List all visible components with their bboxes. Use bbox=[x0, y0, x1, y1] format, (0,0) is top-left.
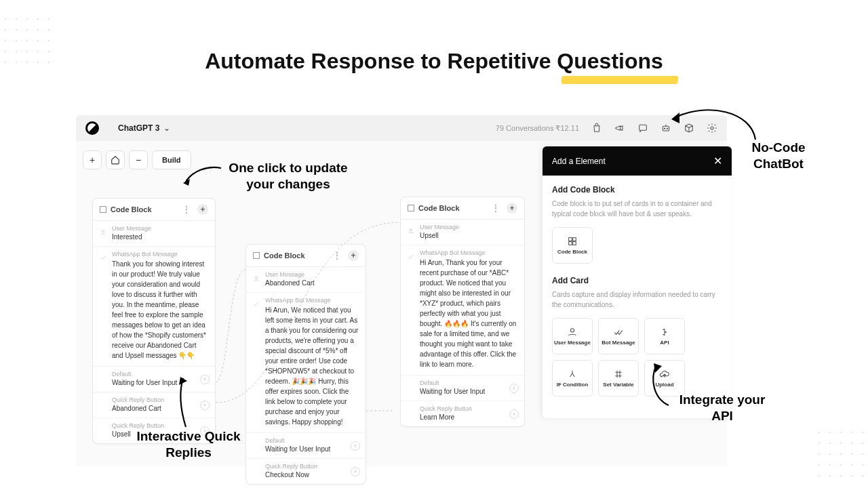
block-icon bbox=[408, 205, 414, 211]
api-icon bbox=[659, 327, 670, 338]
user-icon bbox=[567, 327, 578, 338]
option-code-block[interactable]: Code Block bbox=[552, 227, 593, 264]
block-title: Code Block bbox=[264, 251, 305, 260]
svg-point-12 bbox=[570, 328, 574, 331]
user-message-section[interactable]: User Message Upsell bbox=[401, 220, 524, 245]
section-desc: Cards capture and display information ne… bbox=[552, 289, 722, 310]
block-menu-icon[interactable]: ⋮ bbox=[491, 203, 501, 214]
code-block-2[interactable]: Code Block ⋮ + User Message Abandoned Ca… bbox=[245, 244, 366, 485]
arrow-right-icon[interactable]: › bbox=[509, 384, 519, 393]
svg-rect-11 bbox=[573, 241, 576, 245]
chat-icon[interactable] bbox=[637, 123, 648, 134]
block-title: Code Block bbox=[111, 205, 152, 214]
block-title: Code Block bbox=[418, 204, 460, 212]
block-menu-icon[interactable]: ⋮ bbox=[182, 204, 192, 215]
default-section[interactable]: Default Waiting for User Input › bbox=[246, 433, 366, 459]
block-icon bbox=[100, 206, 106, 213]
annotation-arrow bbox=[644, 361, 678, 408]
svg-point-5 bbox=[102, 230, 104, 232]
code-block-3[interactable]: Code Block ⋮ + User Message Upsell Whats… bbox=[400, 197, 525, 427]
block-header: Code Block ⋮ + bbox=[246, 245, 366, 267]
bot-message-section[interactable]: WhatsApp Bot Message Hi Arun, We noticed… bbox=[246, 293, 366, 433]
branch-icon bbox=[567, 369, 578, 380]
bot-message-section[interactable]: WhatsApp Bot Message Thank you for showi… bbox=[93, 247, 215, 367]
block-add-icon[interactable]: + bbox=[197, 204, 208, 215]
conversations-meta: 79 Conversations ₹12.11 bbox=[496, 124, 579, 133]
section-title: Add Code Block bbox=[552, 185, 722, 195]
quick-reply-section[interactable]: Quick Reply Button Learn More › bbox=[401, 401, 524, 426]
chevron-down-icon[interactable]: ⌄ bbox=[163, 123, 170, 133]
grid-icon bbox=[567, 236, 578, 247]
svg-rect-0 bbox=[639, 125, 647, 130]
quick-reply-section[interactable]: Quick Reply Button Checkout Now › bbox=[246, 459, 366, 484]
user-icon bbox=[100, 226, 106, 233]
add-element-panel: Add a Element ✕ Add Code Block Code bloc… bbox=[542, 146, 732, 418]
svg-point-6 bbox=[255, 277, 257, 279]
block-add-icon[interactable]: + bbox=[348, 250, 359, 261]
arrow-right-icon[interactable]: › bbox=[509, 409, 519, 419]
check-icon bbox=[253, 298, 260, 305]
app-bar: ChatGPT 3 ⌄ 79 Conversations ₹12.11 bbox=[76, 115, 727, 141]
user-icon bbox=[253, 272, 260, 279]
block-menu-icon[interactable]: ⋮ bbox=[332, 250, 342, 261]
option-api[interactable]: API bbox=[644, 318, 685, 354]
option-if-condition[interactable]: IF Condition bbox=[552, 360, 593, 396]
megaphone-icon[interactable] bbox=[614, 123, 625, 134]
model-selector[interactable]: ChatGPT 3 bbox=[118, 123, 159, 133]
check-icon bbox=[100, 252, 106, 259]
svg-point-7 bbox=[410, 229, 412, 231]
annotation-arrow bbox=[175, 374, 202, 428]
option-bot-message[interactable]: Bot Message bbox=[598, 318, 639, 354]
annotation-arrow bbox=[666, 98, 761, 145]
panel-title: Add a Element bbox=[552, 157, 606, 166]
panel-header: Add a Element ✕ bbox=[542, 146, 732, 176]
bot-message-section[interactable]: WhatsApp Bot Message Hi Arun, Thank you … bbox=[401, 245, 524, 375]
bg-dots bbox=[814, 427, 868, 481]
annotation-one-click: One click to update your changes bbox=[224, 160, 353, 192]
user-message-section[interactable]: User Message Interested bbox=[93, 221, 215, 247]
block-header: Code Block ⋮ + bbox=[401, 197, 524, 220]
arrow-right-icon[interactable]: › bbox=[351, 441, 360, 451]
svg-marker-14 bbox=[179, 377, 187, 385]
minus-button[interactable]: − bbox=[129, 150, 148, 169]
close-icon[interactable]: ✕ bbox=[713, 155, 722, 167]
app-logo-icon bbox=[83, 119, 102, 138]
svg-rect-9 bbox=[573, 237, 576, 241]
svg-marker-16 bbox=[654, 363, 662, 373]
hash-icon bbox=[613, 369, 624, 380]
svg-rect-10 bbox=[569, 241, 572, 245]
section-desc: Code block is to put set of cards in to … bbox=[552, 199, 722, 219]
svg-point-2 bbox=[664, 128, 665, 129]
option-set-variable[interactable]: Set Variable bbox=[598, 360, 639, 396]
arrow-right-icon[interactable]: › bbox=[351, 467, 360, 476]
annotation-arrow bbox=[180, 163, 224, 190]
annotation-quick-replies: Interactive Quick Replies bbox=[134, 428, 243, 461]
block-add-icon[interactable]: + bbox=[507, 203, 517, 214]
option-user-message[interactable]: User Message bbox=[552, 318, 593, 354]
svg-marker-15 bbox=[671, 113, 679, 123]
section-title: Add Card bbox=[552, 276, 722, 285]
svg-rect-8 bbox=[569, 237, 572, 241]
bag-icon[interactable] bbox=[591, 123, 602, 134]
user-message-section[interactable]: User Message Abandoned Cart bbox=[246, 267, 366, 293]
check-icon bbox=[408, 251, 414, 258]
double-check-icon bbox=[613, 327, 624, 338]
default-section[interactable]: Default Waiting for User Input › bbox=[401, 375, 524, 401]
canvas-toolbar: + − Build bbox=[83, 150, 191, 169]
page-headline: Automate Response to Repetitive Question… bbox=[0, 49, 868, 74]
annotation-integrate: Integrate your API bbox=[671, 392, 773, 424]
block-header: Code Block ⋮ + bbox=[93, 199, 215, 221]
user-icon bbox=[408, 225, 414, 232]
add-button[interactable]: + bbox=[83, 150, 102, 169]
block-icon bbox=[253, 252, 260, 259]
headline-underline bbox=[561, 76, 678, 84]
home-button[interactable] bbox=[106, 150, 125, 169]
